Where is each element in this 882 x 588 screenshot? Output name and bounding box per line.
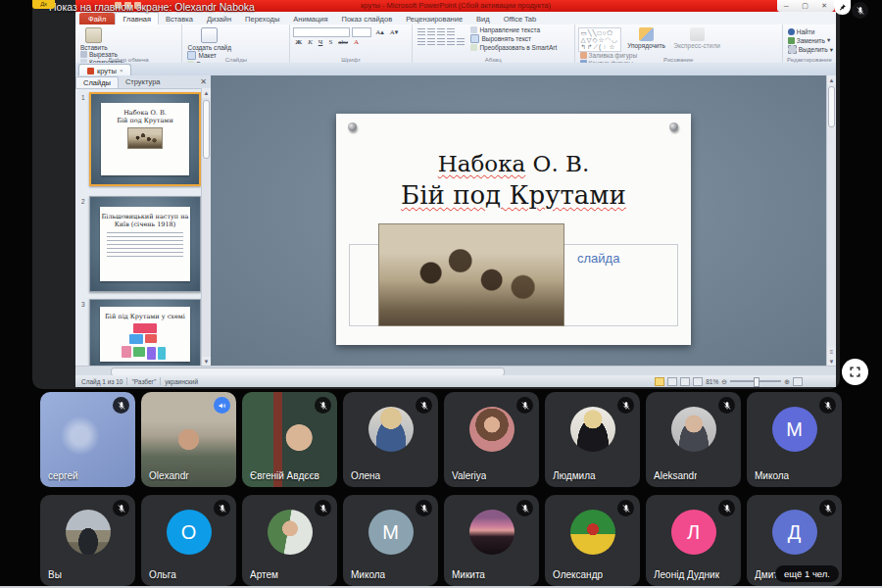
tab-view[interactable]: Вид xyxy=(469,13,497,24)
participant-tile[interactable]: Євгеній Авдєєв xyxy=(242,392,337,487)
panel-close-icon[interactable]: ✕ xyxy=(200,77,207,86)
participant-tile[interactable]: Д Дмитр ещё 1 чел. xyxy=(747,495,842,586)
participant-tile[interactable]: Олександр xyxy=(545,495,640,586)
replace-button[interactable]: Заменить ▾ xyxy=(788,36,833,44)
participant-tile[interactable]: Микита xyxy=(444,495,539,586)
scroll-up-icon[interactable]: ▲ xyxy=(827,75,836,85)
participant-tile[interactable]: Олена xyxy=(343,392,438,487)
slide-title-line1[interactable]: Набока О. В. xyxy=(336,151,691,176)
shrink-font-button[interactable]: A▾ xyxy=(388,28,401,36)
tab-animations[interactable]: Анимация xyxy=(286,13,334,24)
indent-increase-icon[interactable] xyxy=(447,28,455,35)
convert-smartart-button[interactable]: Преобразовать в SmartArt xyxy=(470,44,557,51)
slide-sorter-icon[interactable] xyxy=(667,377,677,386)
reading-view-icon[interactable] xyxy=(680,377,690,386)
shadow-button[interactable]: S xyxy=(326,38,334,46)
quick-styles-button[interactable]: Экспресс-стили xyxy=(671,26,722,49)
tab-design[interactable]: Дизайн xyxy=(200,13,238,24)
align-right-icon[interactable] xyxy=(437,38,445,45)
slide-photo-soldiers[interactable] xyxy=(378,223,564,326)
close-icon[interactable]: ✕ xyxy=(821,2,827,10)
mic-muted-icon xyxy=(617,397,634,414)
participant-tile[interactable]: О Ольга xyxy=(141,495,236,586)
maximize-icon[interactable]: ▢ xyxy=(802,2,808,10)
slide-canvas[interactable]: Набока О. В. Бій под Крутами слайда xyxy=(336,114,691,345)
participant-tile[interactable]: Людмила xyxy=(545,392,640,487)
outline-tab[interactable]: Структура xyxy=(119,76,168,87)
numbering-icon[interactable] xyxy=(427,28,435,35)
normal-view-icon[interactable] xyxy=(655,377,664,386)
prev-slide-icon[interactable]: ≡ xyxy=(827,347,836,357)
grow-font-button[interactable]: A▴ xyxy=(373,28,386,36)
more-participants-badge[interactable]: ещё 1 чел. xyxy=(775,565,839,582)
mic-muted-icon xyxy=(113,397,129,414)
italic-button[interactable]: К xyxy=(306,38,315,46)
doc-tab-close-icon[interactable]: × xyxy=(120,68,123,74)
participant-tile[interactable]: Артем xyxy=(242,495,337,586)
tab-insert[interactable]: Вставка xyxy=(159,13,200,24)
font-name-combo[interactable] xyxy=(293,27,350,37)
zoom-in-icon[interactable]: ⊕ xyxy=(784,378,790,385)
slides-tab[interactable]: Слайды xyxy=(75,76,119,88)
screen-share-tile[interactable]: круты - Microsoft PowerPoint (Сбой актив… xyxy=(32,0,840,389)
align-text-button[interactable]: Выровнять текст xyxy=(470,34,557,43)
zoom-slider-thumb[interactable] xyxy=(754,377,760,387)
participant-tile[interactable]: Вы xyxy=(40,495,135,586)
tab-review[interactable]: Рецензирование xyxy=(399,13,469,24)
office-tab-bar: круты × xyxy=(75,63,836,76)
bullets-icon[interactable] xyxy=(417,28,425,35)
language-indicator[interactable]: украинский xyxy=(165,378,198,385)
slide-thumbnail-1[interactable]: 1 Набока О. В. Бій под Крутами xyxy=(79,92,201,186)
zoom-out-icon[interactable]: ⊖ xyxy=(721,378,727,385)
indent-decrease-icon[interactable] xyxy=(437,28,445,35)
text-direction-button[interactable]: Направление текста xyxy=(470,26,557,33)
pin-icon[interactable] xyxy=(834,0,851,15)
select-button[interactable]: Выделить ▾ xyxy=(788,45,833,54)
avatar-emblem xyxy=(570,510,615,555)
justify-icon[interactable] xyxy=(447,38,455,45)
scroll-up-icon[interactable]: ▲ xyxy=(202,88,211,98)
participant-tile[interactable]: Aleksandr xyxy=(646,392,741,487)
group-slides: Создать слайд Макет Восстановить Раздел … xyxy=(182,24,290,63)
scrollbar-thumb[interactable] xyxy=(203,100,210,159)
mic-muted-icon xyxy=(214,500,230,516)
avatar xyxy=(469,407,514,452)
slideshow-icon[interactable] xyxy=(693,377,703,386)
participant-tile[interactable]: Л Леонід Дудник xyxy=(646,495,741,586)
underline-button[interactable]: Ч xyxy=(317,38,325,46)
participant-tile[interactable]: Valeriya xyxy=(444,392,539,487)
slide-title-line2[interactable]: Бій под Крутами xyxy=(336,180,691,210)
participant-tile[interactable]: сергей xyxy=(40,392,135,487)
find-button[interactable]: Найти xyxy=(788,28,833,35)
tab-transitions[interactable]: Переходы xyxy=(238,13,286,24)
tab-file[interactable]: Файл xyxy=(79,13,115,24)
panel-scrollbar[interactable]: ▲ ▼ xyxy=(201,88,211,367)
slide-thumbnail-2[interactable]: 2 Більшовицький наступ на Київ (січень 1… xyxy=(79,196,201,292)
paste-button[interactable]: Вставить xyxy=(78,26,110,51)
new-slide-button[interactable]: Создать слайд xyxy=(185,26,233,51)
font-size-combo[interactable] xyxy=(352,27,371,37)
fullscreen-button[interactable] xyxy=(842,359,868,385)
participant-tile[interactable]: M Микола xyxy=(747,392,842,487)
align-left-icon[interactable] xyxy=(417,38,425,45)
participant-tile[interactable]: М Микола xyxy=(343,495,438,586)
window-controls[interactable]: ─ ▢ ✕ xyxy=(777,0,834,12)
shapes-gallery[interactable]: ▭╲╲□○⬠△▽◇☆◠◡↰↱⟋(﹜☆ xyxy=(578,27,621,52)
tab-slideshow[interactable]: Показ слайдов xyxy=(335,13,400,24)
fit-to-window-icon[interactable] xyxy=(793,377,803,386)
slide-thumbnail-3[interactable]: 3 Бій під Крутами у схемі xyxy=(79,299,201,369)
strikethrough-button[interactable]: abc xyxy=(336,38,350,46)
slide-editor[interactable]: Набока О. В. Бій под Крутами слайда xyxy=(211,75,827,367)
participant-tile[interactable]: Olexandr xyxy=(141,392,236,487)
editor-scrollbar[interactable]: ▲ ≡ ▼ xyxy=(826,75,836,367)
zoom-slider[interactable] xyxy=(730,380,781,382)
font-color-button[interactable]: А xyxy=(352,38,361,46)
bold-button[interactable]: Ж xyxy=(293,38,304,46)
minimize-icon[interactable]: ─ xyxy=(784,3,789,10)
columns-icon[interactable] xyxy=(457,38,465,45)
align-center-icon[interactable] xyxy=(427,38,435,45)
scrollbar-thumb[interactable] xyxy=(828,86,835,127)
tab-home[interactable]: Главная xyxy=(115,12,159,24)
tab-office-tab[interactable]: Office Tab xyxy=(497,13,544,24)
arrange-button[interactable]: Упорядочить xyxy=(625,26,667,49)
